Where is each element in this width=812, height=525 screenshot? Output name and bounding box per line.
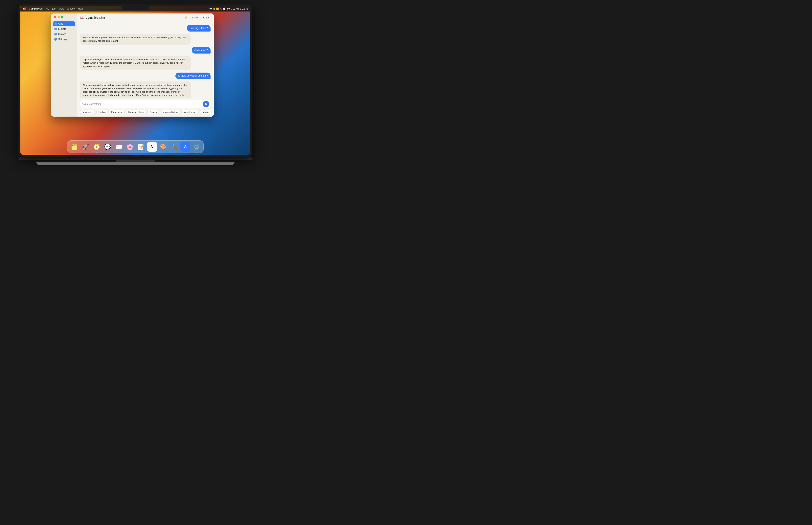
dock-item-trash[interactable]: 🗑️ (192, 142, 201, 152)
app-window: Chat Explore History Settings (51, 14, 214, 117)
maximize-button[interactable] (61, 16, 63, 18)
title-actions: ⚡ Share Clear (184, 16, 211, 20)
message-row: And Jupiter? (80, 47, 211, 54)
dock-item-photos[interactable]: 🌸 (125, 142, 135, 152)
screen: 🍎 Complice AI File Edit View Window Help… (20, 6, 250, 155)
sidebar-history-label: History (58, 33, 65, 35)
message-row: Jupiter is the largest planet in our sol… (80, 56, 211, 70)
user-bubble: And Jupiter? (192, 47, 211, 54)
ai-bubble: Mars is the fourth planet from the Sun a… (80, 34, 191, 45)
sidebar-item-explore[interactable]: Explore (53, 27, 75, 31)
screen-bezel: 🍎 Complice AI File Edit View Window Help… (18, 4, 252, 156)
sidebar-item-chat[interactable]: Chat (53, 21, 75, 26)
menubar-time: Mer. 12 juil. à 12:31 (227, 7, 248, 10)
sidebar: Chat Explore History Settings (51, 14, 77, 117)
share-button[interactable]: Share (190, 16, 199, 20)
bottom-bezel (18, 156, 252, 160)
input-area: ↻ Summarize Explain Paraphrase Grammar C… (77, 98, 214, 117)
send-icon: ↻ (205, 103, 207, 106)
traffic-lights (54, 16, 63, 18)
menubar-view[interactable]: View (59, 7, 64, 10)
dock-item-mail[interactable]: ✉️ (114, 142, 124, 152)
close-button[interactable] (54, 16, 56, 18)
dock-item-messages[interactable]: 💬 (103, 142, 112, 152)
chips-row: Summarize Explain Paraphrase Grammar Che… (80, 110, 211, 115)
ai-bubble: Although Mars is known to have water in … (80, 81, 191, 98)
dock-item-safari[interactable]: 🧭 (92, 142, 102, 152)
input-row: ↻ (80, 100, 211, 108)
sidebar-chat-label: Chat (58, 22, 63, 25)
dock-item-finder[interactable]: 🗂️ (70, 142, 79, 152)
settings-icon (54, 38, 57, 41)
history-icon (54, 33, 57, 35)
menubar-edit[interactable]: Edit (52, 7, 56, 10)
sidebar-settings-label: Settings (58, 38, 67, 41)
title-bar: 📖 Complice Chat ⚡ Share Clear (77, 14, 214, 22)
chat-area[interactable]: How big is Mars? Mars is the fourth plan… (77, 22, 214, 98)
menubar-icons: ⌨️ 🔋 📶 🔍 🕐 (209, 7, 226, 10)
chip-improve-writing[interactable]: Improve Writing (161, 110, 180, 114)
chip-english-grammar[interactable]: English Grammar (200, 110, 211, 114)
dock-item-xcode[interactable]: 🔨 (169, 142, 179, 152)
macbook: 🍎 Complice AI File Edit View Window Help… (9, 4, 262, 175)
message-row: Although Mars is known to have water in … (80, 81, 211, 98)
send-button[interactable]: ↻ (203, 101, 209, 107)
chip-paraphrase[interactable]: Paraphrase (109, 110, 125, 114)
window-title: Complice Chat (86, 16, 105, 19)
dock-item-aitype[interactable]: A (180, 142, 190, 152)
message-row: Mars is the fourth planet from the Sun a… (80, 34, 211, 45)
chip-make-longer[interactable]: Make Longer (181, 110, 198, 114)
dock-item-launchpad[interactable]: 🚀 (80, 142, 90, 152)
menubar-help[interactable]: Help (78, 7, 83, 10)
explore-icon (54, 28, 57, 30)
apple-icon[interactable]: 🍎 (23, 7, 26, 10)
title-left: 📖 Complice Chat (80, 16, 105, 19)
book-icon: 📖 (80, 16, 84, 19)
menubar-left: 🍎 Complice AI File Edit View Window Help (23, 7, 83, 10)
main-content: 📖 Complice Chat ⚡ Share Clear How big is… (77, 14, 214, 117)
message-row: How big is Mars? (80, 25, 211, 31)
sidebar-item-history[interactable]: History (53, 32, 75, 36)
chat-icon (54, 22, 57, 25)
ai-bubble: Jupiter is the largest planet in our sol… (80, 56, 191, 70)
menubar-file[interactable]: File (45, 7, 49, 10)
minimize-button[interactable] (58, 16, 60, 18)
dock: 🗂️ 🚀 🧭 💬 ✉️ 🌸 📝 N 🎨 🔨 A 🗑️ (67, 140, 204, 153)
notch (121, 6, 149, 10)
clear-button[interactable]: Clear (201, 16, 211, 20)
chat-input[interactable] (82, 103, 201, 105)
flash-icon[interactable]: ⚡ (184, 16, 187, 19)
menubar-app-name: Complice AI (29, 7, 43, 10)
dock-item-notes[interactable]: 📝 (136, 142, 146, 152)
hinge (116, 160, 155, 162)
user-bubble: Is there any water on mars? (176, 73, 211, 79)
chip-simplify[interactable]: Simplify (147, 110, 160, 114)
chip-grammar-check[interactable]: Grammar Check (126, 110, 146, 114)
message-row: Is there any water on mars? (80, 73, 211, 79)
base (36, 162, 235, 165)
dock-item-notion[interactable]: N (147, 142, 157, 152)
menubar-window[interactable]: Window (67, 7, 75, 10)
user-bubble: How big is Mars? (187, 25, 211, 31)
sidebar-item-settings[interactable]: Settings (53, 37, 75, 42)
dock-item-figma[interactable]: 🎨 (158, 142, 168, 152)
chip-summarize[interactable]: Summarize (80, 110, 95, 114)
sidebar-explore-label: Explore (58, 28, 66, 30)
chip-explain[interactable]: Explain (96, 110, 108, 114)
menubar-right: ⌨️ 🔋 📶 🔍 🕐 Mer. 12 juil. à 12:31 (209, 7, 248, 10)
